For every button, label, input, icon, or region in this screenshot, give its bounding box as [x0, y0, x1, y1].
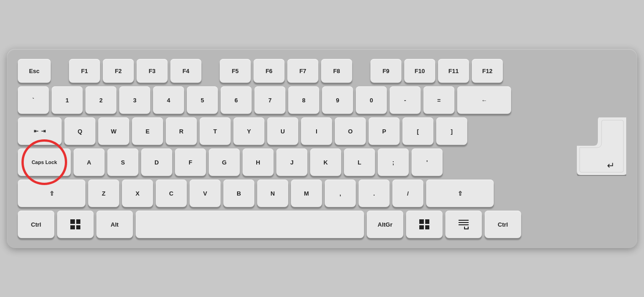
- key-8[interactable]: 8: [288, 86, 319, 114]
- key-n[interactable]: N: [257, 180, 288, 207]
- key-altgr[interactable]: AltGr: [367, 211, 403, 238]
- key-caps-lock-container: Caps Lock: [18, 148, 71, 176]
- key-rbracket[interactable]: ]: [436, 117, 467, 145]
- key-v[interactable]: V: [190, 180, 221, 207]
- key-9[interactable]: 9: [322, 86, 353, 114]
- key-f1[interactable]: F1: [69, 59, 100, 83]
- key-backspace[interactable]: ←: [457, 86, 511, 114]
- key-comma[interactable]: ,: [325, 180, 356, 207]
- key-j[interactable]: J: [276, 148, 307, 176]
- key-4[interactable]: 4: [153, 86, 184, 114]
- key-g[interactable]: G: [209, 148, 240, 176]
- key-7[interactable]: 7: [254, 86, 285, 114]
- svg-text:↵: ↵: [607, 160, 615, 170]
- key-minus[interactable]: -: [390, 86, 421, 114]
- key-f2[interactable]: F2: [103, 59, 134, 83]
- windows-icon-right: [419, 219, 429, 229]
- key-right-win[interactable]: [406, 211, 443, 238]
- fn-row: Esc F1 F2 F3 F4 F5 F6 F7 F8 F9 F10 F11 F…: [18, 59, 626, 83]
- key-period[interactable]: .: [359, 180, 390, 207]
- key-b[interactable]: B: [223, 180, 254, 207]
- key-f[interactable]: F: [175, 148, 206, 176]
- key-f3[interactable]: F3: [137, 59, 168, 83]
- menu-icon: [459, 220, 469, 229]
- key-h[interactable]: H: [243, 148, 274, 176]
- tab-row: ⇤ ⇥ Q W E R T Y U I O P [ ]: [18, 117, 571, 145]
- key-f12[interactable]: F12: [472, 59, 503, 83]
- key-space[interactable]: [136, 211, 364, 238]
- key-6[interactable]: 6: [221, 86, 252, 114]
- key-o[interactable]: O: [335, 117, 366, 145]
- key-l[interactable]: L: [344, 148, 375, 176]
- key-right-ctrl[interactable]: Ctrl: [485, 211, 521, 238]
- key-left-shift[interactable]: ⇧: [18, 180, 85, 207]
- key-q[interactable]: Q: [64, 117, 95, 145]
- key-2[interactable]: 2: [85, 86, 116, 114]
- key-menu[interactable]: [445, 211, 482, 238]
- key-s[interactable]: S: [107, 148, 138, 176]
- key-enter[interactable]: ↵: [574, 117, 626, 176]
- key-w[interactable]: W: [98, 117, 129, 145]
- key-f6[interactable]: F6: [253, 59, 285, 83]
- keyboard: Esc F1 F2 F3 F4 F5 F6 F7 F8 F9 F10 F11 F…: [7, 49, 637, 248]
- caps-row: Caps Lock A S D F G H J K L ; ': [18, 148, 571, 176]
- bottom-row: Ctrl Alt AltGr: [18, 211, 626, 238]
- key-f4[interactable]: F4: [170, 59, 201, 83]
- key-e[interactable]: E: [132, 117, 163, 145]
- windows-icon: [70, 219, 80, 229]
- key-m[interactable]: M: [291, 180, 322, 207]
- key-1[interactable]: 1: [52, 86, 83, 114]
- key-u[interactable]: U: [267, 117, 298, 145]
- key-right-shift[interactable]: ⇧: [426, 180, 494, 207]
- key-y[interactable]: Y: [233, 117, 264, 145]
- key-caps-lock[interactable]: Caps Lock: [18, 148, 71, 176]
- key-d[interactable]: D: [141, 148, 172, 176]
- key-left-ctrl[interactable]: Ctrl: [18, 211, 54, 238]
- key-tab[interactable]: ⇤ ⇥: [18, 117, 62, 145]
- key-r[interactable]: R: [166, 117, 197, 145]
- key-3[interactable]: 3: [119, 86, 150, 114]
- key-x[interactable]: X: [122, 180, 153, 207]
- tab-enter-rows: ⇤ ⇥ Q W E R T Y U I O P [ ] Caps Lock: [18, 117, 626, 176]
- key-left-alt[interactable]: Alt: [96, 211, 133, 238]
- key-f9[interactable]: F9: [370, 59, 401, 83]
- key-lbracket[interactable]: [: [402, 117, 433, 145]
- key-c[interactable]: C: [156, 180, 187, 207]
- key-left-win[interactable]: [57, 211, 94, 238]
- key-slash[interactable]: /: [392, 180, 423, 207]
- key-k[interactable]: K: [310, 148, 341, 176]
- key-f7[interactable]: F7: [287, 59, 318, 83]
- key-esc[interactable]: Esc: [18, 59, 51, 83]
- key-f5[interactable]: F5: [220, 59, 251, 83]
- key-f8[interactable]: F8: [321, 59, 352, 83]
- number-row: ` 1 2 3 4 5 6 7 8 9 0 - = ←: [18, 86, 626, 114]
- key-5[interactable]: 5: [187, 86, 218, 114]
- key-quote[interactable]: ': [412, 148, 443, 176]
- key-i[interactable]: I: [301, 117, 332, 145]
- key-f10[interactable]: F10: [404, 59, 435, 83]
- shift-row: ⇧ Z X C V B N M , . / ⇧: [18, 180, 626, 207]
- key-semicolon[interactable]: ;: [378, 148, 409, 176]
- key-0[interactable]: 0: [356, 86, 387, 114]
- key-backtick[interactable]: `: [18, 86, 49, 114]
- key-t[interactable]: T: [200, 117, 231, 145]
- key-f11[interactable]: F11: [438, 59, 469, 83]
- key-equals[interactable]: =: [423, 86, 454, 114]
- key-z[interactable]: Z: [88, 180, 119, 207]
- key-p[interactable]: P: [369, 117, 400, 145]
- key-a[interactable]: A: [74, 148, 105, 176]
